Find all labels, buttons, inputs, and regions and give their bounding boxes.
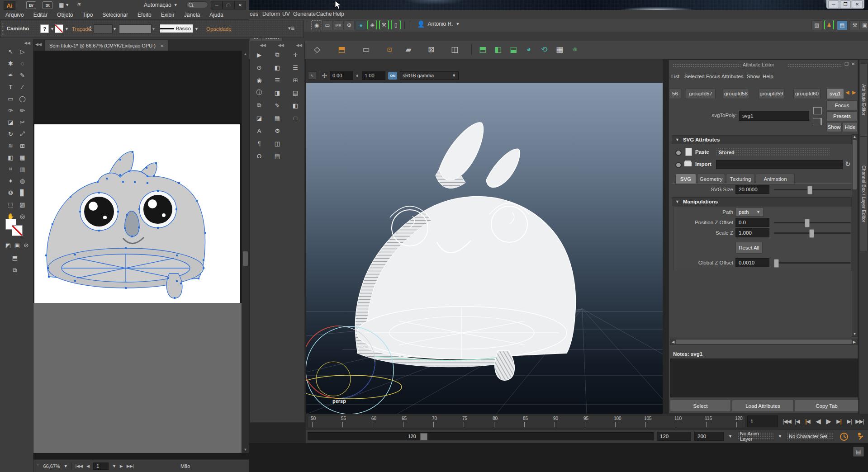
global-z-field[interactable]: 0.0010 bbox=[735, 258, 769, 267]
transparency-panel-icon[interactable]: ▤ bbox=[289, 87, 302, 98]
connect-input-icon[interactable] bbox=[813, 107, 822, 114]
paintbrush-tool[interactable]: ✑ bbox=[5, 105, 17, 116]
tab-groupid59[interactable]: groupId59 bbox=[759, 88, 784, 99]
scissors-tool[interactable]: ✂ bbox=[17, 117, 28, 127]
global-z-slider[interactable] bbox=[774, 262, 851, 264]
shelf-bridge-icon[interactable]: ⬓ bbox=[507, 43, 520, 56]
drawing-mode-icon[interactable]: ⬒ bbox=[9, 252, 21, 263]
current-frame-field[interactable]: 1 bbox=[747, 415, 778, 427]
menu-ajuda[interactable]: Ajuda bbox=[209, 12, 223, 18]
viewport-3d-view[interactable]: persp bbox=[306, 83, 663, 414]
color-mode-icon[interactable]: ◩ bbox=[5, 240, 12, 250]
go-to-end-button[interactable]: ▶▶| bbox=[854, 416, 865, 427]
collapse-icon[interactable]: ◀◀ bbox=[35, 42, 42, 47]
svg-attributes-header[interactable]: ▼ SVG Attributes bbox=[672, 135, 852, 144]
restore-button[interactable]: ❐ bbox=[840, 0, 851, 8]
tab-groupid58[interactable]: groupId58 bbox=[723, 88, 749, 99]
gradient-tool[interactable]: ▥ bbox=[17, 164, 28, 175]
chevron-down-icon[interactable]: ▼ bbox=[152, 27, 156, 31]
shelf-multi-cut-icon[interactable]: ⊠ bbox=[424, 43, 438, 56]
scroll-left-icon[interactable]: ◀ bbox=[670, 340, 676, 344]
step-back-key-button[interactable]: |◀ bbox=[802, 416, 813, 427]
shelf-retopo-icon[interactable]: ⟲ bbox=[537, 43, 551, 56]
width-tool[interactable]: ≋ bbox=[5, 140, 17, 151]
type-tool[interactable]: T bbox=[5, 81, 17, 92]
shelf-poly-plane-icon[interactable]: ▭ bbox=[359, 43, 373, 56]
range-handle[interactable] bbox=[420, 433, 427, 440]
direct-selection-tool[interactable]: ▷ bbox=[17, 46, 28, 57]
load-attributes-button[interactable]: Load Attributes bbox=[732, 400, 794, 412]
workspace-switcher[interactable]: Automação ▼ bbox=[144, 2, 178, 8]
step-forward-key-button[interactable]: ▶| bbox=[834, 416, 844, 427]
ellipse-tool[interactable]: ◯ bbox=[17, 93, 28, 104]
svg-size-field[interactable]: 20.0000 bbox=[735, 185, 769, 194]
position-z-field[interactable]: 0.0 bbox=[735, 218, 769, 227]
ae-menu-list[interactable]: List bbox=[671, 74, 679, 79]
prev-page-icon[interactable]: ◀ bbox=[86, 464, 90, 468]
drag-handle[interactable] bbox=[673, 64, 740, 67]
shape-builder-tool[interactable]: ◧ bbox=[5, 152, 17, 163]
symbols-panel-icon[interactable]: ▦ bbox=[271, 113, 284, 123]
first-page-icon[interactable]: |◀◀ bbox=[76, 464, 83, 468]
chevron-down-icon[interactable]: ▼ bbox=[64, 464, 68, 468]
character-panel-icon[interactable]: A bbox=[253, 125, 266, 136]
go-to-start-button[interactable]: |◀◀ bbox=[782, 416, 792, 427]
ae-menu-attributes[interactable]: Attributes bbox=[721, 74, 744, 79]
gradient-mode-icon[interactable]: ▣ bbox=[14, 240, 21, 250]
menu-selecionar[interactable]: Selecionar bbox=[102, 12, 128, 18]
presets-button[interactable]: Presets bbox=[826, 111, 858, 121]
scale-z-slider[interactable] bbox=[774, 232, 851, 234]
menu-cache[interactable]: Cache bbox=[316, 11, 332, 17]
color-space-dropdown[interactable]: sRGB gamma▼ bbox=[400, 71, 459, 80]
menu-deform[interactable]: Deform bbox=[262, 11, 280, 17]
ipr-render-icon[interactable]: IPR bbox=[333, 20, 344, 30]
import-path-field[interactable] bbox=[716, 160, 843, 169]
eraser-tool[interactable]: ◪ bbox=[5, 117, 17, 127]
import-radio[interactable] bbox=[675, 162, 682, 168]
tab-scroll-right-icon[interactable]: ▶ bbox=[852, 90, 856, 95]
collapse-dock-icon[interactable]: ◀◀ bbox=[260, 43, 266, 47]
lasso-tool[interactable]: ◌ bbox=[17, 58, 28, 69]
anim-layer-field[interactable]: No Anim Layer bbox=[737, 432, 774, 441]
gradient-panel-icon[interactable]: ◨ bbox=[271, 87, 284, 98]
focus-button[interactable]: Focus bbox=[826, 100, 858, 110]
input-output-icon[interactable]: ▯ bbox=[391, 20, 401, 29]
panel-layout-icon[interactable]: ▤ bbox=[837, 20, 848, 30]
play-backwards-button[interactable]: ◀ bbox=[813, 416, 823, 427]
close-tab-icon[interactable]: ✕ bbox=[160, 43, 164, 48]
mesh-tool[interactable]: ⌗ bbox=[5, 164, 17, 175]
chevron-down-icon[interactable]: ▼ bbox=[113, 27, 117, 31]
exposure-field[interactable]: 0.00 bbox=[330, 71, 353, 80]
color-management-toggle[interactable]: ON bbox=[388, 72, 397, 80]
line-tool[interactable]: ∕ bbox=[17, 81, 28, 92]
scroll-down-icon[interactable]: ▼ bbox=[852, 332, 857, 336]
layers-panel-icon[interactable]: ◧ bbox=[271, 62, 284, 73]
render-settings-icon[interactable]: ⚙ bbox=[344, 20, 355, 30]
render-view-icon[interactable]: ● bbox=[356, 20, 366, 30]
ae-vertical-scrollbar[interactable]: ▲ ▼ bbox=[852, 134, 858, 337]
graph-tool[interactable]: ▊ bbox=[17, 187, 28, 198]
tab-groupid56[interactable]: 56 bbox=[669, 88, 681, 99]
stroke-none-swatch[interactable] bbox=[55, 24, 63, 33]
time-slider[interactable]: 50 55 60 65 70 75 80 85 90 95 100 105 11… bbox=[306, 414, 868, 430]
rectangle-tool[interactable]: ▭ bbox=[5, 93, 17, 104]
stock-button[interactable]: St bbox=[43, 1, 52, 9]
scroll-up-icon[interactable]: ▲ bbox=[852, 135, 857, 139]
stroke-swatch[interactable] bbox=[12, 225, 23, 236]
manipulations-header[interactable]: ▼ Manipulations bbox=[672, 197, 852, 206]
menu-uv[interactable]: UV bbox=[282, 11, 290, 17]
scroll-down-icon[interactable]: ▼ bbox=[242, 448, 249, 452]
character-set-field[interactable]: No Character Set bbox=[786, 432, 834, 441]
paste-value-field[interactable]: Stored bbox=[716, 148, 830, 156]
arrange-documents-button[interactable]: ▦ ▼ bbox=[59, 2, 69, 8]
zoom-level[interactable]: 66,67% bbox=[43, 463, 60, 469]
account-menu[interactable]: 👤 Antonio R. ▼ bbox=[417, 20, 460, 28]
scale-tool[interactable]: ⤢ bbox=[17, 128, 28, 139]
align-panel-icon[interactable]: ✛ bbox=[289, 49, 302, 60]
close-button[interactable]: ✕ bbox=[234, 1, 246, 9]
chevron-down-icon[interactable]: ▼ bbox=[778, 434, 782, 439]
outliner-icon[interactable]: ▧ bbox=[811, 20, 822, 30]
document-info-panel-icon[interactable]: ⧉ bbox=[253, 100, 266, 111]
render-region-icon[interactable]: ▭ bbox=[322, 20, 333, 30]
menu-help[interactable]: Help bbox=[333, 11, 344, 17]
